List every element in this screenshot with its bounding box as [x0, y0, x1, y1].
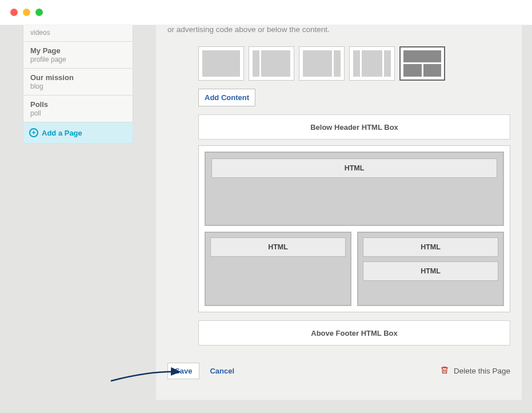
sidebar-item-title: Our mission — [30, 73, 126, 82]
html-chip[interactable]: HTML — [211, 158, 497, 178]
window-zoom-icon[interactable] — [35, 9, 43, 16]
sidebar-item-my-page[interactable]: My Page profile page — [23, 42, 133, 69]
viewport: videos My Page profile page Our mission … — [0, 25, 532, 413]
layout-option-3[interactable] — [299, 46, 345, 81]
sidebar-item-sub: videos — [30, 29, 126, 37]
window-minimize-icon[interactable] — [23, 9, 30, 16]
app-window: videos My Page profile page Our mission … — [0, 0, 532, 413]
sidebar-item-title: My Page — [30, 46, 126, 55]
window-titlebar — [0, 0, 532, 25]
preview-left-region[interactable]: HTML — [205, 232, 351, 306]
layout-option-1[interactable] — [198, 46, 244, 81]
html-chip[interactable]: HTML — [363, 261, 498, 281]
layout-options — [198, 46, 510, 81]
sidebar-item-title: Polls — [30, 100, 126, 109]
plus-circle-icon: + — [29, 128, 38, 137]
layout-preview: HTML HTML HTML HTML — [198, 145, 510, 312]
footer-actions: Save Cancel Delete this Page — [167, 363, 510, 379]
layout-option-2[interactable] — [249, 46, 294, 81]
preview-top-region[interactable]: HTML — [205, 152, 504, 226]
sidebar-item-videos[interactable]: videos — [23, 25, 133, 42]
save-button[interactable]: Save — [167, 363, 199, 379]
delete-page-button[interactable]: Delete this Page — [440, 365, 510, 377]
above-footer-label: Above Footer HTML Box — [311, 329, 397, 337]
sidebar-item-polls[interactable]: Polls poll — [23, 96, 133, 122]
below-header-label: Below Header HTML Box — [310, 123, 398, 132]
layout-option-4[interactable] — [349, 46, 395, 81]
html-chip[interactable]: HTML — [210, 237, 346, 257]
window-close-icon[interactable] — [10, 9, 18, 16]
description-text: or advertising code above or below the c… — [167, 25, 510, 36]
sidebar-item-sub: poll — [30, 109, 126, 117]
main-panel: or advertising code above or below the c… — [156, 25, 522, 400]
html-chip[interactable]: HTML — [363, 237, 498, 257]
cancel-button[interactable]: Cancel — [210, 367, 234, 375]
add-page-label: Add a Page — [42, 129, 82, 137]
layout-option-5[interactable] — [399, 46, 445, 81]
sidebar-item-sub: blog — [30, 82, 126, 90]
sidebar-item-sub: profile page — [30, 55, 126, 63]
sidebar-item-our-mission[interactable]: Our mission blog — [23, 69, 133, 96]
above-footer-html-box[interactable]: Above Footer HTML Box — [198, 320, 510, 346]
preview-right-region[interactable]: HTML HTML — [357, 232, 504, 306]
add-page-button[interactable]: + Add a Page — [23, 122, 133, 144]
delete-page-label: Delete this Page — [454, 367, 510, 375]
add-content-button[interactable]: Add Content — [198, 89, 255, 106]
trash-icon — [440, 365, 449, 377]
sidebar: videos My Page profile page Our mission … — [10, 25, 133, 403]
below-header-html-box[interactable]: Below Header HTML Box — [198, 114, 510, 140]
